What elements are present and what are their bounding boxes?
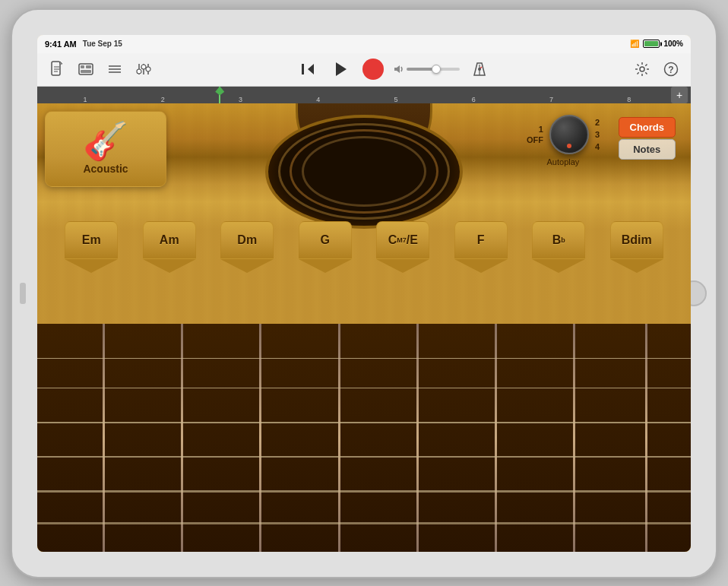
ruler-marks: 1 2 3 4 5 6 7 8 (43, 96, 671, 103)
autoplay-left-labels: 1 OFF (527, 125, 543, 144)
instrument-card[interactable]: 🎸 Acoustic (45, 111, 166, 187)
svg-rect-6 (86, 65, 91, 68)
autoplay-text: Autoplay (547, 157, 580, 166)
chord-button-bb[interactable]: Bb (532, 221, 585, 273)
toolbar-right: ? (631, 59, 682, 80)
chord-button-bdim[interactable]: Bdim (610, 221, 663, 273)
chord-button-dm[interactable]: Dm (220, 221, 274, 273)
playhead[interactable] (219, 87, 220, 103)
record-button[interactable] (362, 59, 384, 80)
svg-rect-5 (81, 65, 84, 68)
fretboard[interactable] (37, 324, 691, 552)
string-5 (37, 490, 691, 493)
add-track-button[interactable]: + (671, 87, 688, 103)
play-button[interactable] (329, 57, 353, 81)
chord-buttons-container: Em Am Dm (37, 221, 691, 273)
rewind-button[interactable] (296, 57, 320, 81)
battery-fill (644, 41, 658, 46)
chord-button-em[interactable]: Em (65, 221, 118, 273)
soundhole (265, 115, 463, 229)
svg-point-15 (141, 65, 146, 69)
svg-point-16 (146, 67, 150, 71)
ruler-mark-4: 4 (280, 96, 357, 103)
ruler-mark-1: 1 (46, 96, 124, 103)
toolbar-left (46, 59, 154, 80)
instrument-name: Acoustic (83, 163, 128, 175)
autoplay-label-3: 3 (595, 130, 600, 139)
soundhole-container (258, 111, 470, 233)
document-icon[interactable] (46, 59, 68, 80)
chord-peg-bottom-bb (532, 259, 585, 273)
toolbar: ? (37, 53, 691, 87)
wifi-icon: 📶 (630, 40, 639, 48)
guitar-icon: 🎸 (83, 123, 128, 160)
chords-toggle-button[interactable]: Chords (619, 117, 676, 138)
chord-peg-bottom-f (454, 259, 508, 273)
chord-peg-em: Em (65, 221, 118, 273)
chord-label-f: F (454, 221, 508, 259)
battery-icon (643, 40, 660, 48)
svg-marker-17 (308, 64, 314, 74)
soundhole-ring-3 (302, 136, 426, 206)
svg-point-24 (640, 67, 644, 71)
chord-peg-bottom-em (65, 259, 118, 273)
chord-peg-bottom-g (299, 259, 352, 273)
chord-label-bdim: Bdim (610, 221, 663, 259)
chord-button-am[interactable]: Am (143, 221, 196, 273)
autoplay-label-4: 4 (595, 142, 600, 151)
chord-peg-bb: Bb (532, 221, 585, 273)
autoplay-knob-area: 1 OFF 2 3 4 (527, 115, 600, 154)
guitar-area: 🎸 Acoustic 1 OFF 2 3 4 (37, 103, 691, 552)
volume-slider[interactable] (407, 68, 460, 71)
ruler-mark-3: 3 (202, 96, 280, 103)
ruler-mark-8: 8 (590, 96, 668, 103)
chord-label-g: G (299, 221, 352, 259)
autoplay-knob-indicator (567, 144, 571, 148)
svg-point-14 (137, 69, 141, 74)
status-time: 9:41 AM (45, 40, 77, 49)
chord-button-cm7e[interactable]: CM7/E (376, 221, 429, 273)
ipad-device: 9:41 AM Tue Sep 15 📶 100% (11, 8, 717, 578)
chord-peg-f: F (454, 221, 508, 273)
settings-icon[interactable] (631, 59, 653, 80)
metronome-icon[interactable] (469, 59, 490, 80)
string-2 (37, 388, 691, 389)
volume-control (393, 64, 460, 74)
autoplay-label-1: 1 (539, 125, 543, 134)
svg-marker-19 (336, 62, 347, 76)
chord-label-bb: Bb (532, 221, 585, 259)
svg-rect-18 (302, 64, 304, 74)
list-icon[interactable] (104, 59, 125, 80)
chord-button-g[interactable]: G (299, 221, 352, 273)
autoplay-knob[interactable] (549, 115, 589, 154)
volume-icon (393, 64, 404, 74)
string-1 (37, 358, 691, 359)
status-bar: 9:41 AM Tue Sep 15 📶 100% (37, 35, 691, 53)
mode-toggle: Chords Notes (619, 117, 676, 160)
ruler-mark-5: 5 (357, 96, 435, 103)
chord-peg-bdim: Bdim (610, 221, 663, 273)
string-4 (37, 456, 691, 458)
timeline: 1 2 3 4 5 6 7 8 + (37, 87, 691, 103)
string-6 (37, 522, 691, 525)
svg-text:?: ? (668, 65, 673, 75)
autoplay-right-labels: 2 3 4 (595, 118, 600, 151)
chord-label-em: Em (65, 221, 118, 259)
playhead-marker (215, 87, 224, 96)
help-icon[interactable]: ? (660, 59, 682, 80)
mixer-icon[interactable] (133, 59, 154, 80)
chord-peg-am: Am (143, 221, 196, 273)
chord-peg-bottom-cm7e (376, 259, 429, 273)
side-button[interactable] (20, 283, 26, 304)
chord-peg-cm7e: CM7/E (376, 221, 429, 273)
chord-peg-dm: Dm (220, 221, 274, 273)
toolbar-center (154, 57, 631, 81)
svg-point-23 (478, 68, 481, 71)
chord-label-cm7e: CM7/E (376, 221, 429, 259)
autoplay-label-2: 2 (595, 118, 600, 127)
notes-toggle-button[interactable]: Notes (619, 139, 676, 160)
chord-button-f[interactable]: F (454, 221, 508, 273)
chord-label-am: Am (143, 221, 196, 259)
track-view-icon[interactable] (75, 59, 97, 80)
ruler: 1 2 3 4 5 6 7 8 (43, 87, 671, 103)
